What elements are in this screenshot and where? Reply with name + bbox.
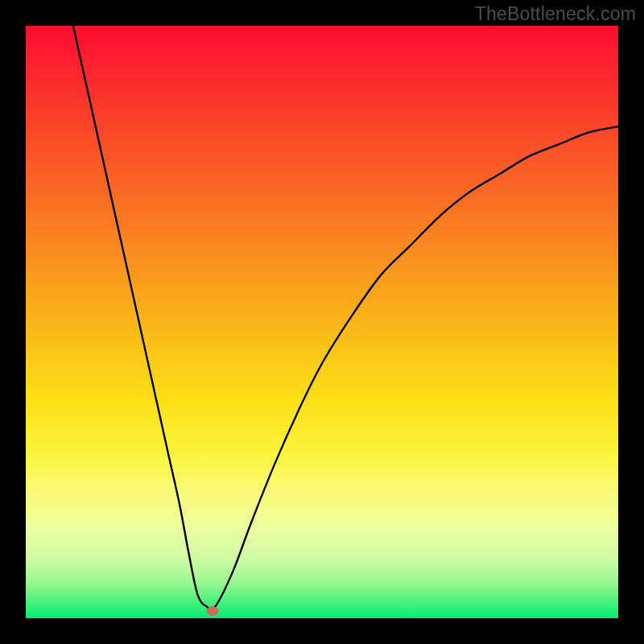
optimal-marker-dot	[206, 606, 218, 616]
plot-area	[26, 26, 618, 618]
chart-frame: TheBottleneck.com	[0, 0, 644, 644]
bottleneck-curve	[26, 26, 618, 618]
watermark-text: TheBottleneck.com	[475, 3, 636, 25]
